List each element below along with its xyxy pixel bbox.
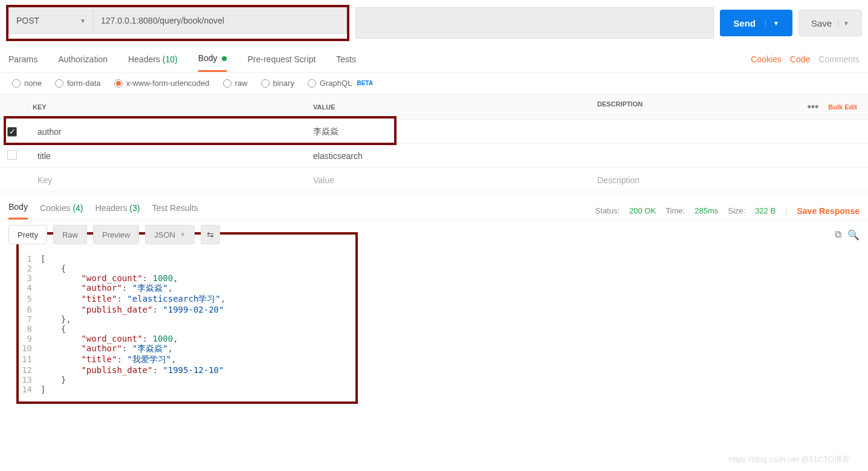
send-button[interactable]: Send ▼ [720,10,792,36]
time-value: 285ms [695,206,718,215]
method-url-highlight: POST ▼ [6,5,349,41]
more-icon[interactable]: ••• [807,100,818,113]
resp-tab-headers[interactable]: Headers (3) [96,203,140,219]
raw-button[interactable]: Raw [53,225,87,244]
lang-select[interactable]: JSON▼ [145,225,195,244]
tab-headers[interactable]: Headers (10) [128,47,178,71]
response-tabs: Body Cookies (4) Headers (3) Test Result… [0,192,868,219]
body-type-row: none form-data x-www-form-urlencoded raw… [0,73,868,94]
wrap-toggle-icon[interactable]: ⇆ [201,225,220,244]
request-tabs: Params Authorization Headers (10) Body P… [0,46,868,73]
save-response-link[interactable]: Save Response [797,206,860,216]
preview-button[interactable]: Preview [93,225,139,244]
comments-link[interactable]: Comments [818,54,860,64]
cookies-link[interactable]: Cookies [751,54,782,64]
response-body-json[interactable]: 1[2 {3 "word_count": 1000,4 "author": "李… [19,252,355,401]
kv-head-value: VALUE [308,94,592,120]
value-input[interactable] [308,120,592,143]
pretty-button[interactable]: Pretty [8,225,47,244]
status-value: 200 OK [629,206,656,215]
desc-input[interactable] [592,168,868,192]
key-input[interactable] [33,120,308,143]
resp-tab-tests[interactable]: Test Results [152,203,198,219]
resp-tab-cookies[interactable]: Cookies (4) [40,203,83,219]
chevron-down-icon[interactable]: ▼ [838,20,849,27]
body-none-radio[interactable]: none [12,79,42,88]
value-input[interactable] [308,144,592,167]
tab-authorization[interactable]: Authorization [58,47,108,71]
tab-body[interactable]: Body [198,46,227,72]
save-button[interactable]: Save ▼ [798,10,862,36]
caret-down-icon: ▼ [80,18,86,24]
desc-input[interactable] [592,120,868,143]
response-body-highlight: 1[2 {3 "word_count": 1000,4 "author": "李… [16,232,358,404]
body-binary-radio[interactable]: binary [261,79,294,88]
body-formdata-radio[interactable]: form-data [55,79,101,88]
url-input[interactable] [93,7,347,34]
url-input-extra[interactable] [355,7,714,39]
copy-icon[interactable]: ⧉ [835,229,841,241]
body-raw-radio[interactable]: raw [223,79,248,88]
key-input[interactable] [33,144,308,167]
row-checkbox[interactable] [7,150,17,160]
body-kv-table: KEY VALUE DESCRIPTION ••• Bulk Edit ✓ [0,94,868,192]
tab-prerequest[interactable]: Pre-request Script [247,47,316,71]
body-dirty-dot-icon [222,56,227,61]
tab-params[interactable]: Params [8,47,37,71]
http-method-select[interactable]: POST ▼ [8,7,93,34]
resp-tab-body[interactable]: Body [8,202,28,219]
table-row: ✓ [0,120,868,144]
bulk-edit-link[interactable]: Bulk Edit [828,103,857,111]
value-input[interactable] [308,168,592,192]
kv-head-key: KEY [24,94,308,120]
search-icon[interactable]: 🔍 [847,229,860,241]
desc-input[interactable] [592,144,868,167]
row-checkbox[interactable]: ✓ [7,127,17,137]
chevron-down-icon[interactable]: ▼ [765,20,779,27]
table-row-placeholder [0,168,868,192]
kv-head-desc: DESCRIPTION ••• Bulk Edit [592,94,868,120]
size-value: 322 B [755,206,776,215]
table-row [0,144,868,168]
code-link[interactable]: Code [790,54,810,64]
http-method-value: POST [16,16,39,25]
body-xwww-radio[interactable]: x-www-form-urlencoded [114,79,210,88]
key-input[interactable] [33,168,308,192]
body-graphql-radio[interactable]: GraphQLBETA [308,79,373,88]
tab-tests[interactable]: Tests [336,47,356,71]
